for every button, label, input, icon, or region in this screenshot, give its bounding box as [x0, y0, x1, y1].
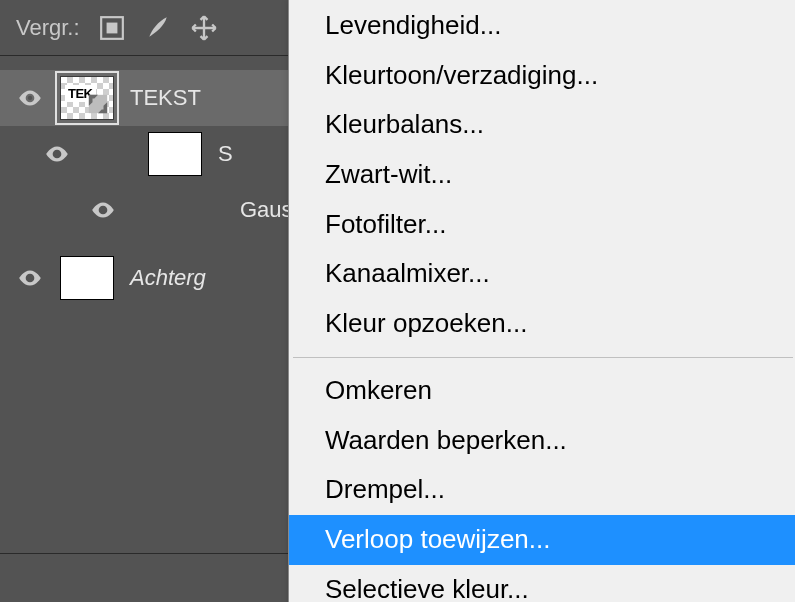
- layer-thumbnail[interactable]: TEK: [60, 76, 114, 120]
- layer-name[interactable]: TEKST: [130, 85, 201, 111]
- visibility-eye-icon[interactable]: [90, 197, 116, 223]
- fit-screen-icon[interactable]: [98, 14, 126, 42]
- visibility-eye-icon[interactable]: [17, 265, 43, 291]
- svg-point-4: [55, 152, 59, 156]
- menu-item[interactable]: Kleur opzoeken...: [289, 299, 795, 349]
- menu-separator: [293, 357, 793, 358]
- menu-item[interactable]: Zwart-wit...: [289, 150, 795, 200]
- visibility-eye-icon[interactable]: [17, 85, 43, 111]
- move-icon[interactable]: [190, 14, 218, 42]
- visibility-eye-icon[interactable]: [44, 141, 70, 167]
- smart-object-icon: [87, 93, 109, 115]
- menu-item[interactable]: Kleurbalans...: [289, 100, 795, 150]
- menu-item[interactable]: Kanaalmixer...: [289, 249, 795, 299]
- layer-name[interactable]: S: [218, 141, 233, 167]
- menu-item[interactable]: Levendigheid...: [289, 1, 795, 51]
- svg-rect-1: [107, 23, 116, 32]
- menu-item[interactable]: Selectieve kleur...: [289, 565, 795, 602]
- layer-thumbnail[interactable]: [148, 132, 202, 176]
- layer-name[interactable]: Achterg: [130, 265, 206, 291]
- menu-item[interactable]: Drempel...: [289, 465, 795, 515]
- menu-item[interactable]: Fotofilter...: [289, 200, 795, 250]
- menu-item[interactable]: Omkeren: [289, 366, 795, 416]
- svg-point-6: [28, 276, 32, 280]
- adjustment-layer-menu: Levendigheid... Kleurtoon/verzadiging...…: [288, 0, 795, 602]
- brush-icon[interactable]: [144, 14, 172, 42]
- zoom-label: Vergr.:: [16, 15, 80, 41]
- svg-point-5: [101, 208, 105, 212]
- svg-point-2: [28, 96, 32, 100]
- menu-item[interactable]: Waarden beperken...: [289, 416, 795, 466]
- menu-item-highlighted[interactable]: Verloop toewijzen...: [289, 515, 795, 565]
- layer-thumbnail[interactable]: [60, 256, 114, 300]
- menu-item[interactable]: Kleurtoon/verzadiging...: [289, 51, 795, 101]
